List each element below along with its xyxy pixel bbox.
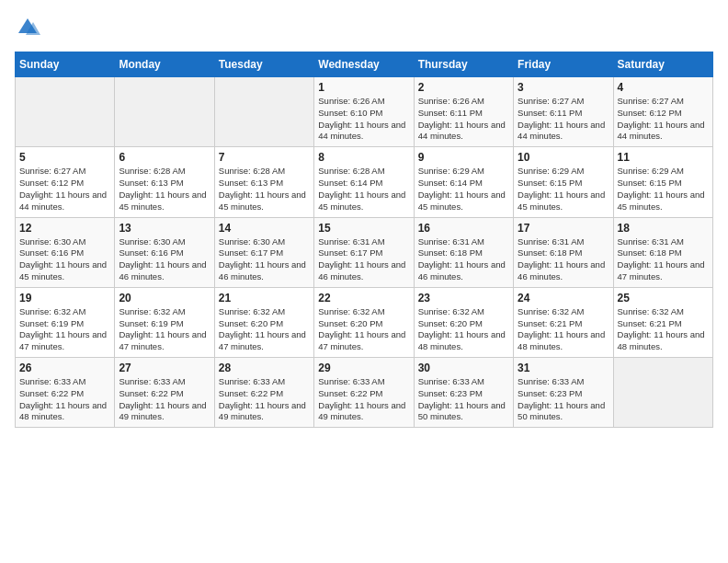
day-number: 12 [19,222,110,235]
day-number: 15 [318,222,409,235]
day-info: Sunrise: 6:32 AM Sunset: 6:20 PM Dayligh… [418,306,509,353]
day-number: 5 [19,151,110,164]
day-number: 14 [219,222,310,235]
day-number: 3 [518,81,609,94]
logo [15,15,44,40]
day-number: 10 [518,151,609,164]
weekday-header-friday: Friday [514,52,613,77]
calendar-cell: 9Sunrise: 6:29 AM Sunset: 6:14 PM Daylig… [414,147,513,217]
day-number: 6 [119,151,210,164]
calendar-cell: 6Sunrise: 6:28 AM Sunset: 6:13 PM Daylig… [115,147,214,217]
day-number: 16 [418,222,509,235]
calendar-cell: 14Sunrise: 6:30 AM Sunset: 6:17 PM Dayli… [214,217,313,287]
calendar-cell: 31Sunrise: 6:33 AM Sunset: 6:23 PM Dayli… [514,358,613,428]
day-info: Sunrise: 6:28 AM Sunset: 6:14 PM Dayligh… [318,166,409,213]
day-info: Sunrise: 6:32 AM Sunset: 6:20 PM Dayligh… [219,306,310,353]
calendar-cell: 4Sunrise: 6:27 AM Sunset: 6:12 PM Daylig… [613,77,712,147]
calendar-cell: 23Sunrise: 6:32 AM Sunset: 6:20 PM Dayli… [414,287,513,357]
day-number: 30 [418,362,509,374]
day-number: 20 [119,292,210,304]
calendar-cell: 2Sunrise: 6:26 AM Sunset: 6:11 PM Daylig… [414,77,513,147]
day-info: Sunrise: 6:32 AM Sunset: 6:20 PM Dayligh… [318,306,409,353]
day-info: Sunrise: 6:31 AM Sunset: 6:17 PM Dayligh… [318,236,409,283]
day-info: Sunrise: 6:32 AM Sunset: 6:19 PM Dayligh… [119,306,210,353]
calendar-cell: 15Sunrise: 6:31 AM Sunset: 6:17 PM Dayli… [314,217,414,287]
day-info: Sunrise: 6:32 AM Sunset: 6:21 PM Dayligh… [518,306,609,353]
calendar-cell [214,77,313,147]
day-info: Sunrise: 6:33 AM Sunset: 6:22 PM Dayligh… [119,376,210,423]
calendar-cell: 17Sunrise: 6:31 AM Sunset: 6:18 PM Dayli… [514,217,613,287]
calendar-cell: 26Sunrise: 6:33 AM Sunset: 6:22 PM Dayli… [16,358,115,428]
calendar-cell: 5Sunrise: 6:27 AM Sunset: 6:12 PM Daylig… [16,147,115,217]
calendar-cell: 21Sunrise: 6:32 AM Sunset: 6:20 PM Dayli… [214,287,313,357]
calendar-cell [613,358,712,428]
day-number: 8 [318,151,409,164]
weekday-header-wednesday: Wednesday [314,52,414,77]
day-info: Sunrise: 6:32 AM Sunset: 6:21 PM Dayligh… [618,306,709,353]
day-number: 18 [618,222,709,235]
day-number: 26 [19,362,110,374]
day-info: Sunrise: 6:30 AM Sunset: 6:16 PM Dayligh… [19,236,110,283]
day-info: Sunrise: 6:29 AM Sunset: 6:15 PM Dayligh… [618,166,709,213]
calendar-table: SundayMondayTuesdayWednesdayThursdayFrid… [15,52,713,428]
day-number: 7 [219,151,310,164]
calendar-cell: 13Sunrise: 6:30 AM Sunset: 6:16 PM Dayli… [115,217,214,287]
day-info: Sunrise: 6:30 AM Sunset: 6:16 PM Dayligh… [119,236,210,283]
day-info: Sunrise: 6:31 AM Sunset: 6:18 PM Dayligh… [618,236,709,283]
calendar-cell: 28Sunrise: 6:33 AM Sunset: 6:22 PM Dayli… [214,358,313,428]
weekday-header-thursday: Thursday [414,52,513,77]
calendar-cell: 3Sunrise: 6:27 AM Sunset: 6:11 PM Daylig… [514,77,613,147]
day-number: 24 [518,292,609,304]
calendar-cell: 27Sunrise: 6:33 AM Sunset: 6:22 PM Dayli… [115,358,214,428]
day-info: Sunrise: 6:26 AM Sunset: 6:11 PM Dayligh… [418,96,509,143]
day-info: Sunrise: 6:33 AM Sunset: 6:22 PM Dayligh… [318,376,409,423]
logo-icon [15,15,40,40]
calendar-cell: 7Sunrise: 6:28 AM Sunset: 6:13 PM Daylig… [214,147,313,217]
day-info: Sunrise: 6:27 AM Sunset: 6:12 PM Dayligh… [19,166,110,213]
day-number: 28 [219,362,310,374]
calendar-cell: 18Sunrise: 6:31 AM Sunset: 6:18 PM Dayli… [613,217,712,287]
calendar-cell: 1Sunrise: 6:26 AM Sunset: 6:10 PM Daylig… [314,77,414,147]
day-number: 22 [318,292,409,304]
calendar-cell: 10Sunrise: 6:29 AM Sunset: 6:15 PM Dayli… [514,147,613,217]
calendar-cell: 22Sunrise: 6:32 AM Sunset: 6:20 PM Dayli… [314,287,414,357]
calendar-cell: 12Sunrise: 6:30 AM Sunset: 6:16 PM Dayli… [16,217,115,287]
day-info: Sunrise: 6:30 AM Sunset: 6:17 PM Dayligh… [219,236,310,283]
day-number: 17 [518,222,609,235]
day-number: 21 [219,292,310,304]
page-header [15,15,713,40]
calendar-cell: 29Sunrise: 6:33 AM Sunset: 6:22 PM Dayli… [314,358,414,428]
day-info: Sunrise: 6:33 AM Sunset: 6:22 PM Dayligh… [19,376,110,423]
day-info: Sunrise: 6:28 AM Sunset: 6:13 PM Dayligh… [119,166,210,213]
weekday-header-saturday: Saturday [613,52,712,77]
day-number: 1 [318,81,409,94]
day-info: Sunrise: 6:31 AM Sunset: 6:18 PM Dayligh… [418,236,509,283]
day-info: Sunrise: 6:32 AM Sunset: 6:19 PM Dayligh… [19,306,110,353]
calendar-cell: 8Sunrise: 6:28 AM Sunset: 6:14 PM Daylig… [314,147,414,217]
calendar-cell [115,77,214,147]
calendar-cell: 20Sunrise: 6:32 AM Sunset: 6:19 PM Dayli… [115,287,214,357]
weekday-header-sunday: Sunday [16,52,115,77]
weekday-header-tuesday: Tuesday [214,52,313,77]
day-number: 2 [418,81,509,94]
calendar-cell: 11Sunrise: 6:29 AM Sunset: 6:15 PM Dayli… [613,147,712,217]
day-info: Sunrise: 6:29 AM Sunset: 6:14 PM Dayligh… [418,166,509,213]
day-number: 27 [119,362,210,374]
day-number: 29 [318,362,409,374]
day-number: 9 [418,151,509,164]
day-info: Sunrise: 6:28 AM Sunset: 6:13 PM Dayligh… [219,166,310,213]
day-number: 13 [119,222,210,235]
calendar-cell: 30Sunrise: 6:33 AM Sunset: 6:23 PM Dayli… [414,358,513,428]
day-info: Sunrise: 6:27 AM Sunset: 6:11 PM Dayligh… [518,96,609,143]
day-info: Sunrise: 6:29 AM Sunset: 6:15 PM Dayligh… [518,166,609,213]
day-info: Sunrise: 6:27 AM Sunset: 6:12 PM Dayligh… [618,96,709,143]
day-number: 4 [618,81,709,94]
calendar-cell: 24Sunrise: 6:32 AM Sunset: 6:21 PM Dayli… [514,287,613,357]
day-info: Sunrise: 6:33 AM Sunset: 6:22 PM Dayligh… [219,376,310,423]
day-number: 11 [618,151,709,164]
calendar-cell: 25Sunrise: 6:32 AM Sunset: 6:21 PM Dayli… [613,287,712,357]
day-info: Sunrise: 6:33 AM Sunset: 6:23 PM Dayligh… [518,376,609,423]
day-number: 25 [618,292,709,304]
day-number: 23 [418,292,509,304]
day-info: Sunrise: 6:31 AM Sunset: 6:18 PM Dayligh… [518,236,609,283]
